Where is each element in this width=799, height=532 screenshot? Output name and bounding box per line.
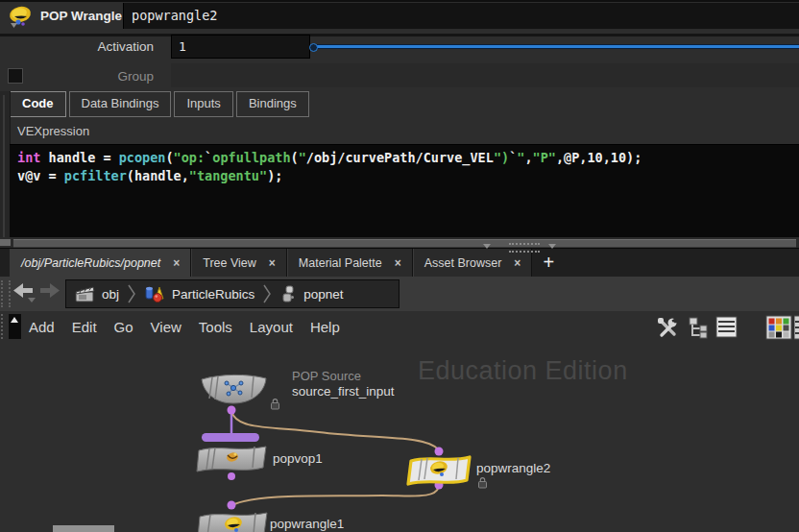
pane-maximize-control[interactable] xyxy=(9,314,21,339)
node-type-label: POP Source xyxy=(292,369,361,383)
pane-divider-arrow-icon[interactable] xyxy=(483,244,491,249)
color-palette-icon[interactable] xyxy=(765,315,792,340)
pane-divider-grip[interactable] xyxy=(509,243,540,253)
tab-bindings[interactable]: Bindings xyxy=(236,91,309,117)
breadcrumb-obj[interactable]: obj xyxy=(66,280,127,307)
code-line: int handle = pcopen("op:`opfullpath("/ob… xyxy=(17,149,799,167)
geometry-icon xyxy=(144,284,165,303)
menu-layout[interactable]: Layout xyxy=(250,319,309,335)
popnet-icon xyxy=(279,284,297,303)
slider-track xyxy=(315,44,799,49)
list-view-icon[interactable] xyxy=(714,315,739,340)
pane-tab-material-palette[interactable]: Material Palette × xyxy=(287,249,413,278)
activation-label: Activation xyxy=(0,39,154,54)
menu-edit[interactable]: Edit xyxy=(72,319,113,335)
pane-divider-arrow-icon[interactable] xyxy=(548,244,556,249)
breadcrumb: obj ParticleRubics xyxy=(65,279,400,308)
tab-code[interactable]: Code xyxy=(10,91,66,117)
pane-tab-asset-browser[interactable]: Asset Browser × xyxy=(413,249,533,278)
lock-icon xyxy=(477,476,488,489)
menu-tools[interactable]: Tools xyxy=(199,319,249,335)
vex-code-editor[interactable]: int handle = pcopen("op:`opfullpath("/ob… xyxy=(10,144,799,242)
houdini-window: POP Wrangle popwrangle2 Activation 1 Gro… xyxy=(0,0,799,532)
tab-data-bindings[interactable]: Data Bindings xyxy=(69,91,172,117)
clipped-panel-icon[interactable] xyxy=(794,315,799,340)
pop-wrangle-icon xyxy=(7,4,36,30)
menu-help[interactable]: Help xyxy=(310,319,356,335)
node-name-label: popwrangle2 xyxy=(476,461,550,475)
triangle-up-icon xyxy=(11,317,18,323)
code-line: v@v = pcfilter(handle,"tangentu"); xyxy=(17,167,799,185)
node-name-label: popvop1 xyxy=(273,451,323,466)
group-input-disabled xyxy=(171,63,799,87)
menu-items: Add Edit Go View Tools Layout Help xyxy=(29,311,357,342)
node-popwrangle2[interactable] xyxy=(405,451,474,490)
close-icon[interactable]: × xyxy=(395,256,401,270)
new-tab-button[interactable]: + xyxy=(532,249,565,277)
node-name-label: source_first_input xyxy=(292,384,395,399)
breadcrumb-popnet[interactable]: popnet xyxy=(272,280,351,307)
pane-tab-network[interactable]: /obj/ParticleRubics/popnet × xyxy=(10,249,191,278)
forward-button[interactable] xyxy=(38,281,63,304)
node-popvop1[interactable] xyxy=(195,443,270,475)
network-editor-canvas[interactable]: Education Edition xyxy=(0,344,799,532)
close-icon[interactable]: × xyxy=(269,256,276,270)
activation-input[interactable]: 1 xyxy=(171,35,310,59)
node-source-first-input[interactable] xyxy=(197,373,270,409)
slider-knob[interactable] xyxy=(309,43,318,52)
customize-tools-icon[interactable] xyxy=(655,315,680,340)
close-icon[interactable]: × xyxy=(514,256,521,270)
node-type-title: POP Wrangle xyxy=(40,9,122,23)
network-menubar: Add Edit Go View Tools Layout Help xyxy=(0,311,799,346)
group-label: Group xyxy=(0,69,154,84)
parameter-pane-header: POP Wrangle popwrangle2 xyxy=(0,0,799,36)
close-icon[interactable]: × xyxy=(173,256,180,270)
lock-icon xyxy=(270,398,280,410)
pane-tab-tree-view[interactable]: Tree View × xyxy=(191,249,287,278)
parameter-tabstrip: Code Data Bindings Inputs Bindings xyxy=(10,91,312,117)
menu-view[interactable]: View xyxy=(151,319,198,335)
node-popwrangle1[interactable] xyxy=(196,509,271,532)
vexpression-label: VEXpression xyxy=(17,124,89,138)
clipped-node xyxy=(53,525,114,532)
node-wires xyxy=(0,344,799,532)
pane-tabbar: /obj/ParticleRubics/popnet × Tree View ×… xyxy=(0,248,799,277)
network-path-bar: obj ParticleRubics xyxy=(0,277,799,313)
menu-go[interactable]: Go xyxy=(114,319,150,335)
back-button[interactable] xyxy=(12,281,36,304)
popvop1-input-bar xyxy=(202,433,259,442)
pane-splitter[interactable] xyxy=(0,237,799,248)
node-name-label: popwrangle1 xyxy=(270,517,344,531)
chevron-separator-icon xyxy=(127,282,136,305)
tree-hierarchy-icon[interactable] xyxy=(688,315,709,340)
chevron-separator-icon xyxy=(262,282,272,305)
menu-add[interactable]: Add xyxy=(29,319,71,335)
splitter-bar[interactable] xyxy=(13,239,796,248)
splitter-nub[interactable] xyxy=(0,239,11,246)
breadcrumb-particlerubics[interactable]: ParticleRubics xyxy=(136,280,262,307)
activation-slider[interactable] xyxy=(309,43,799,50)
pane-edge-grip[interactable] xyxy=(1,280,11,307)
obj-network-icon xyxy=(74,285,95,303)
tab-inputs[interactable]: Inputs xyxy=(174,91,232,117)
node-name-input[interactable]: popwrangle2 xyxy=(123,3,799,29)
